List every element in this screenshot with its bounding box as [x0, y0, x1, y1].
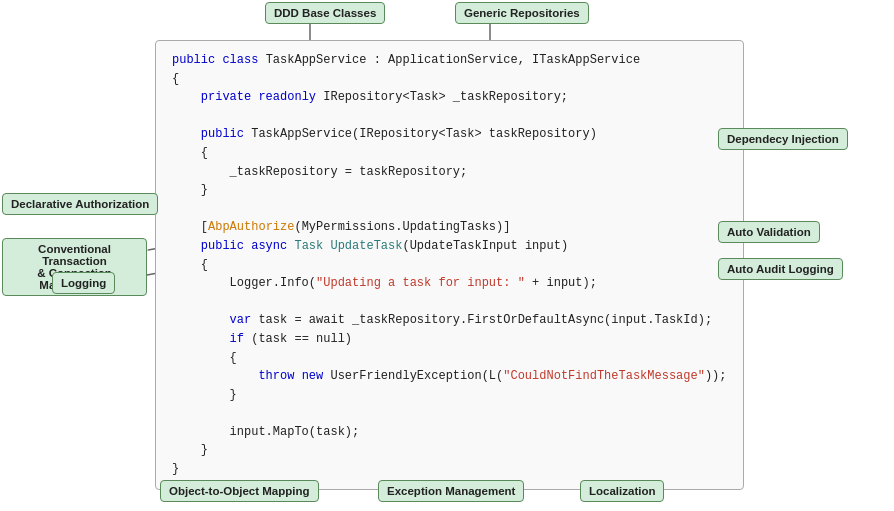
label-exception-mgmt: Exception Management	[378, 480, 524, 502]
code-line-9	[172, 200, 727, 219]
label-localization: Localization	[580, 480, 664, 502]
code-line-7: _taskRepository = taskRepository;	[172, 163, 727, 182]
code-line-23: }	[172, 460, 727, 479]
code-line-4	[172, 107, 727, 126]
label-logging: Logging	[52, 272, 115, 294]
code-line-14	[172, 293, 727, 312]
label-dependency-injection: Dependecy Injection	[718, 128, 848, 150]
code-line-16: if (task == null)	[172, 330, 727, 349]
label-auto-validation: Auto Validation	[718, 221, 820, 243]
code-line-12: {	[172, 256, 727, 275]
code-line-20	[172, 404, 727, 423]
code-line-3: private readonly IRepository<Task> _task…	[172, 88, 727, 107]
label-object-mapping: Object-to-Object Mapping	[160, 480, 319, 502]
code-line-17: {	[172, 349, 727, 368]
label-generic-repos: Generic Repositories	[455, 2, 589, 24]
code-line-19: }	[172, 386, 727, 405]
code-line-1: public class TaskAppService : Applicatio…	[172, 51, 727, 70]
label-ddd-base: DDD Base Classes	[265, 2, 385, 24]
label-declarative-auth: Declarative Authorization	[2, 193, 158, 215]
code-line-5: public TaskAppService(IRepository<Task> …	[172, 125, 727, 144]
code-line-13: Logger.Info("Updating a task for input: …	[172, 274, 727, 293]
code-line-6: {	[172, 144, 727, 163]
code-line-2: {	[172, 70, 727, 89]
label-auto-audit: Auto Audit Logging	[718, 258, 843, 280]
code-line-11: public async Task UpdateTask(UpdateTaskI…	[172, 237, 727, 256]
code-line-10: [AbpAuthorize(MyPermissions.UpdatingTask…	[172, 218, 727, 237]
code-block: public class TaskAppService : Applicatio…	[155, 40, 744, 490]
diagram-container: public class TaskAppService : Applicatio…	[0, 0, 894, 511]
code-line-18: throw new UserFriendlyException(L("Could…	[172, 367, 727, 386]
code-line-21: input.MapTo(task);	[172, 423, 727, 442]
code-line-8: }	[172, 181, 727, 200]
code-line-15: var task = await _taskRepository.FirstOr…	[172, 311, 727, 330]
code-line-22: }	[172, 441, 727, 460]
